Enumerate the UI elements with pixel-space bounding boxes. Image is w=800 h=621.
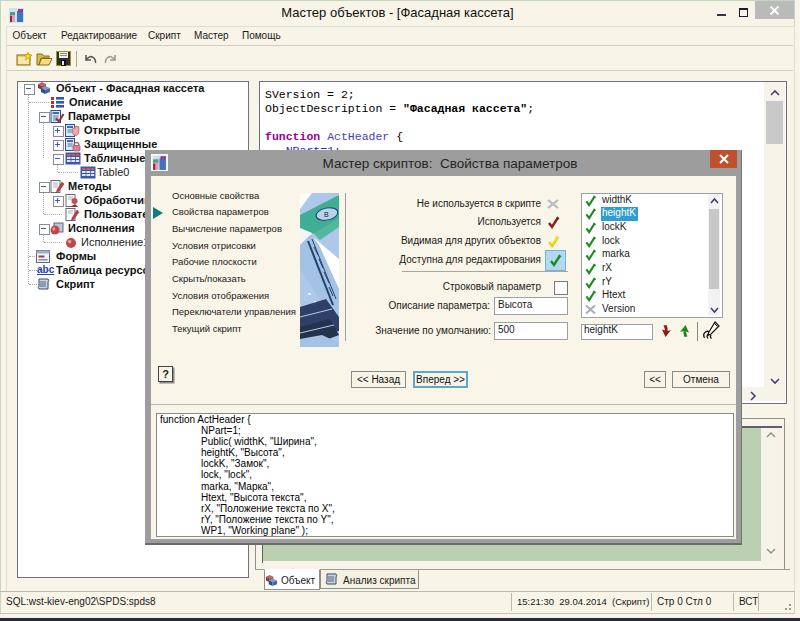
svg-text:B: B (324, 211, 329, 218)
